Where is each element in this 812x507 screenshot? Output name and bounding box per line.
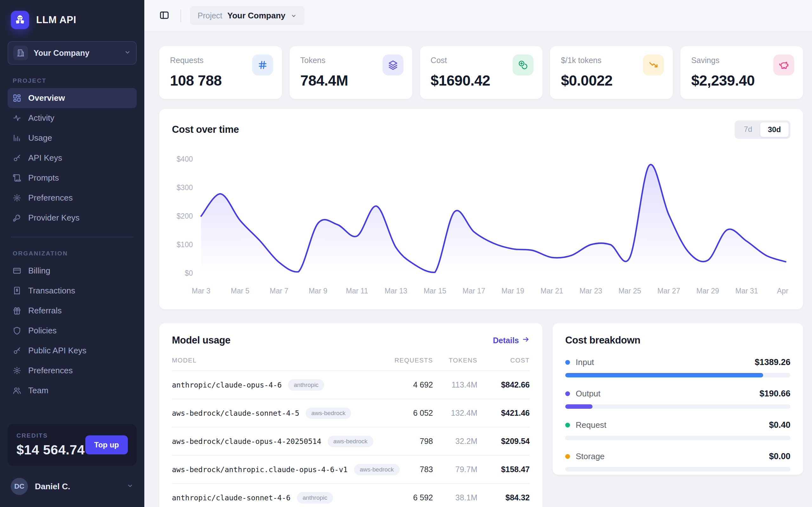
svg-text:Mar 13: Mar 13: [385, 287, 408, 295]
sidebar-item-activity[interactable]: Activity: [8, 108, 137, 128]
model-table-header: MODELREQUESTSTOKENSCOST: [172, 357, 530, 371]
model-table-body: anthropic/claude-opus-4-6anthropic4 6921…: [172, 371, 530, 507]
sidebar-nav: PROJECTOverviewActivityUsageAPI KeysProm…: [8, 65, 137, 400]
legend-dot: [565, 391, 570, 396]
shield-icon: [13, 326, 21, 335]
sidebar-item-label: Billing: [28, 266, 50, 276]
sidebar-item-label: Policies: [28, 326, 57, 336]
progress-track: [565, 373, 791, 377]
sidebar-item-label: Provider Keys: [28, 213, 80, 223]
sidebar-item-referrals[interactable]: Referrals: [8, 301, 137, 321]
activity-icon: [13, 114, 21, 122]
breakdown-label: Storage: [576, 452, 769, 461]
sidebar-toggle-button[interactable]: [157, 9, 171, 23]
svg-text:Mar 5: Mar 5: [231, 287, 250, 295]
legend-dot: [565, 423, 570, 428]
receipt-icon: [13, 286, 21, 295]
coins-icon: [513, 55, 534, 75]
top-up-button[interactable]: Top up: [85, 435, 128, 454]
table-row[interactable]: anthropic/claude-opus-4-6anthropic4 6921…: [172, 371, 530, 399]
sidebar-item-usage[interactable]: Usage: [8, 128, 137, 148]
model-name: aws-bedrock/claude-opus-4-20250514: [172, 437, 321, 446]
sidebar-item-preferences[interactable]: Preferences: [8, 360, 137, 381]
progress-track: [565, 436, 791, 440]
sidebar-item-preferences[interactable]: Preferences: [8, 188, 137, 208]
svg-text:Mar 27: Mar 27: [658, 287, 680, 295]
progress-track: [565, 467, 791, 471]
table-row[interactable]: aws-bedrock/claude-sonnet-4-5aws-bedrock…: [172, 399, 530, 427]
sidebar-item-transactions[interactable]: Transactions: [8, 281, 137, 301]
sidebar-item-team[interactable]: Team: [8, 381, 137, 400]
model-cell: anthropic/claude-sonnet-4-6anthropic: [172, 492, 386, 504]
user-menu[interactable]: DC Daniel C.: [8, 475, 137, 498]
cost-chart: $0$100$200$300$400Mar 3Mar 5Mar 7Mar 9Ma…: [172, 147, 791, 302]
credits-card: CREDITS $14 564.74 Top up: [8, 424, 137, 466]
table-row[interactable]: aws-bedrock/claude-opus-4-20250514aws-be…: [172, 427, 530, 455]
svg-text:Mar 9: Mar 9: [309, 287, 327, 295]
stat-card-savings: Savings$2,239.40: [680, 46, 803, 99]
sidebar-item-api-keys[interactable]: API Keys: [8, 148, 137, 168]
sidebar-item-billing[interactable]: Billing: [8, 261, 137, 281]
bar-chart-icon: [13, 134, 21, 142]
key-icon: [13, 346, 21, 355]
sidebar-divider: [11, 237, 134, 237]
model-cell: aws-bedrock/claude-opus-4-20250514aws-be…: [172, 436, 386, 447]
cost-value: $421.46: [477, 408, 530, 418]
tokens-value: 79.7M: [433, 465, 477, 474]
sidebar-item-label: Preferences: [28, 193, 72, 203]
stats-row: Requests108 788Tokens784.4MCost$1690.42$…: [159, 46, 803, 99]
requests-value: 4 692: [386, 380, 433, 389]
svg-text:Mar 29: Mar 29: [697, 287, 719, 295]
workspace-selector[interactable]: Your Company: [8, 41, 137, 65]
sidebar-item-prompts[interactable]: Prompts: [8, 168, 137, 188]
range-option-30d[interactable]: 30d: [760, 122, 789, 137]
svg-text:$100: $100: [177, 240, 193, 249]
app-root: LLM API Your Company PROJECTOverviewActi…: [0, 0, 812, 507]
range-option-7d[interactable]: 7d: [736, 122, 760, 137]
model-cell: aws-bedrock/anthropic.claude-opus-4-6-v1…: [172, 464, 386, 475]
cost-value: $209.54: [477, 437, 530, 446]
sidebar-item-label: Usage: [28, 133, 52, 143]
cost-value: $84.32: [477, 493, 530, 502]
gift-icon: [13, 306, 21, 315]
sidebar-item-policies[interactable]: Policies: [8, 321, 137, 341]
model-name: aws-bedrock/claude-sonnet-4-5: [172, 409, 299, 417]
svg-text:Mar 23: Mar 23: [579, 287, 602, 295]
svg-text:$200: $200: [177, 212, 193, 220]
bottom-row: Model usage Details MODELREQUESTSTOKENSC…: [159, 323, 803, 507]
requests-value: 6 592: [386, 493, 433, 502]
svg-text:Mar 7: Mar 7: [270, 287, 288, 295]
model-usage-title: Model usage: [172, 335, 230, 346]
sidebar-item-public-api-keys[interactable]: Public API Keys: [8, 341, 137, 360]
model-name: aws-bedrock/anthropic.claude-opus-4-6-v1: [172, 465, 348, 474]
breakdown-item-output: Output$190.66: [565, 389, 791, 409]
breakdown-item-input: Input$1389.26: [565, 357, 791, 377]
table-row[interactable]: anthropic/claude-sonnet-4-6anthropic6 59…: [172, 483, 530, 507]
sidebar-item-provider-keys[interactable]: Provider Keys: [8, 208, 137, 228]
sidebar-item-label: Transactions: [28, 286, 75, 296]
requests-value: 6 052: [386, 408, 433, 418]
requests-value: 783: [386, 465, 433, 474]
building-icon: [13, 46, 28, 60]
svg-text:Mar 11: Mar 11: [346, 287, 368, 295]
svg-text:Mar 15: Mar 15: [423, 287, 446, 295]
details-label: Details: [493, 336, 519, 345]
user-name: Daniel C.: [35, 482, 119, 492]
key-icon: [13, 154, 21, 162]
cost-breakdown-list: Input$1389.26Output$190.66Request$0.40St…: [565, 357, 791, 471]
svg-text:Mar 3: Mar 3: [192, 287, 211, 295]
sidebar-item-label: Preferences: [28, 366, 72, 376]
breakdown-label: Input: [576, 357, 755, 367]
svg-text:Mar 25: Mar 25: [618, 287, 641, 295]
project-selector[interactable]: Project Your Company: [190, 6, 305, 25]
provider-badge: anthropic: [288, 379, 324, 391]
sidebar-item-overview[interactable]: Overview: [8, 88, 137, 108]
table-row[interactable]: aws-bedrock/anthropic.claude-opus-4-6-v1…: [172, 455, 530, 483]
top-bar: Project Your Company: [144, 0, 812, 32]
divider: [181, 9, 181, 22]
details-link[interactable]: Details: [493, 336, 530, 345]
layers-icon: [383, 55, 403, 75]
svg-text:Mar 19: Mar 19: [502, 287, 524, 295]
stat-card-tokens: Tokens784.4M: [290, 46, 412, 99]
sidebar-section-label: PROJECT: [13, 77, 137, 84]
